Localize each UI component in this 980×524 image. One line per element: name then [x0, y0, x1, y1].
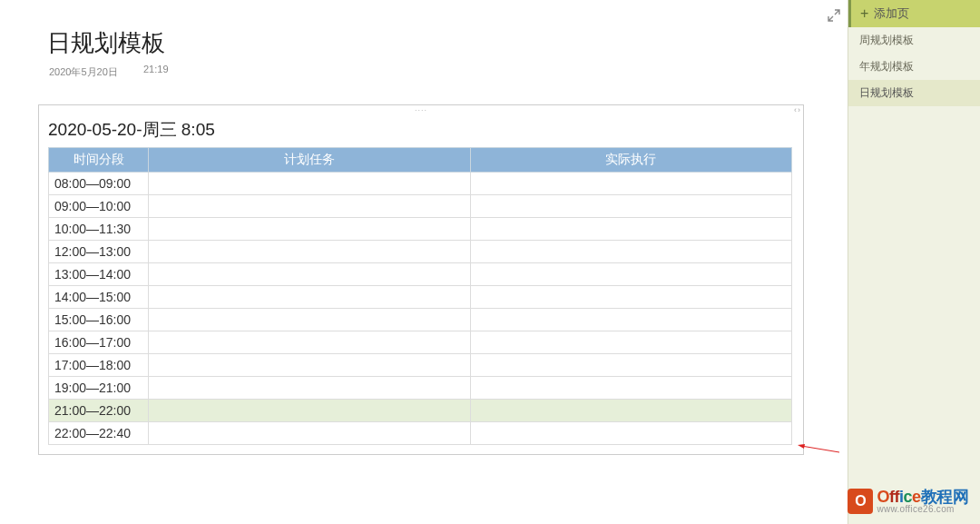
cell-actual[interactable]: [470, 195, 792, 218]
cell-actual[interactable]: [470, 331, 792, 354]
cell-plan[interactable]: [149, 400, 471, 422]
watermark-logo-icon: O: [848, 489, 873, 514]
schedule-table[interactable]: 时间分段 计划任务 实际执行 08:00—09:0009:00—10:0010:…: [48, 147, 792, 445]
cell-actual[interactable]: [470, 309, 792, 331]
table-row[interactable]: 09:00—10:00: [49, 195, 792, 218]
schedule-title[interactable]: 2020-05-20-周三 8:05: [39, 114, 803, 147]
cell-plan[interactable]: [149, 377, 471, 400]
cell-actual[interactable]: [470, 263, 792, 286]
cell-slot[interactable]: 12:00—13:00: [49, 241, 149, 263]
cell-slot[interactable]: 16:00—17:00: [49, 331, 149, 354]
watermark: O Office教程网 www.office26.com: [848, 489, 968, 514]
table-row[interactable]: 16:00—17:00: [49, 331, 792, 354]
cell-slot[interactable]: 09:00—10:00: [49, 195, 149, 218]
cell-plan[interactable]: [149, 218, 471, 241]
table-row[interactable]: 17:00—18:00: [49, 354, 792, 377]
page-date[interactable]: 2020年5月20日: [49, 65, 118, 79]
page-title[interactable]: 日规划模板: [47, 27, 165, 59]
cell-plan[interactable]: [149, 173, 471, 195]
cell-plan[interactable]: [149, 331, 471, 354]
cell-slot[interactable]: 15:00—16:00: [49, 309, 149, 331]
table-row[interactable]: 12:00—13:00: [49, 241, 792, 263]
table-row[interactable]: 14:00—15:00: [49, 286, 792, 309]
cell-plan[interactable]: [149, 286, 471, 309]
table-row[interactable]: 22:00—22:40: [49, 422, 792, 445]
add-page-label: 添加页: [874, 5, 909, 22]
cell-actual[interactable]: [470, 377, 792, 400]
sidebar-page-item[interactable]: 年规划模板: [848, 54, 980, 80]
sidebar-page-item[interactable]: 周规划模板: [848, 27, 980, 54]
cell-actual[interactable]: [470, 241, 792, 263]
col-time: 时间分段: [49, 148, 149, 173]
cell-actual[interactable]: [470, 422, 792, 445]
cell-actual[interactable]: [470, 286, 792, 309]
cell-plan[interactable]: [149, 241, 471, 263]
cell-slot[interactable]: 22:00—22:40: [49, 422, 149, 445]
col-actual: 实际执行: [470, 148, 792, 173]
plus-icon: +: [860, 5, 868, 22]
col-plan: 计划任务: [149, 148, 471, 173]
page-time[interactable]: 21:19: [143, 64, 169, 74]
table-row[interactable]: 19:00—21:00: [49, 377, 792, 400]
note-canvas: 日规划模板 2020年5月20日 21:19 ···· ‹› 2020-05-2…: [0, 0, 848, 524]
cell-plan[interactable]: [149, 195, 471, 218]
cell-plan[interactable]: [149, 263, 471, 286]
table-row[interactable]: 08:00—09:00: [49, 173, 792, 195]
table-row[interactable]: 21:00—22:00: [49, 400, 792, 422]
table-row[interactable]: 15:00—16:00: [49, 309, 792, 331]
add-page-button[interactable]: + 添加页: [848, 0, 980, 27]
expand-icon[interactable]: [828, 9, 840, 22]
cell-slot[interactable]: 19:00—21:00: [49, 377, 149, 400]
cell-actual[interactable]: [470, 354, 792, 377]
cell-slot[interactable]: 21:00—22:00: [49, 400, 149, 422]
cell-plan[interactable]: [149, 422, 471, 445]
svg-line-0: [801, 446, 839, 452]
cell-slot[interactable]: 08:00—09:00: [49, 173, 149, 195]
container-resize-handle[interactable]: ‹›: [794, 105, 803, 114]
cell-slot[interactable]: 14:00—15:00: [49, 286, 149, 309]
cell-slot[interactable]: 17:00—18:00: [49, 354, 149, 377]
table-row[interactable]: 13:00—14:00: [49, 263, 792, 286]
sidebar-page-item[interactable]: 日规划模板: [848, 80, 980, 106]
container-drag-handle[interactable]: ···· ‹›: [39, 105, 803, 114]
cell-actual[interactable]: [470, 173, 792, 195]
page-list-sidebar: + 添加页 周规划模板年规划模板日规划模板: [848, 0, 980, 524]
cell-plan[interactable]: [149, 354, 471, 377]
table-header-row: 时间分段 计划任务 实际执行: [49, 148, 792, 173]
cell-actual[interactable]: [470, 400, 792, 422]
watermark-title: Office教程网: [877, 489, 968, 505]
cell-slot[interactable]: 10:00—11:30: [49, 218, 149, 241]
cell-actual[interactable]: [470, 218, 792, 241]
schedule-container[interactable]: ···· ‹› 2020-05-20-周三 8:05 时间分段 计划任务 实际执…: [38, 104, 804, 455]
cell-plan[interactable]: [149, 309, 471, 331]
cell-slot[interactable]: 13:00—14:00: [49, 263, 149, 286]
watermark-url: www.office26.com: [877, 505, 968, 514]
table-row[interactable]: 10:00—11:30: [49, 218, 792, 241]
